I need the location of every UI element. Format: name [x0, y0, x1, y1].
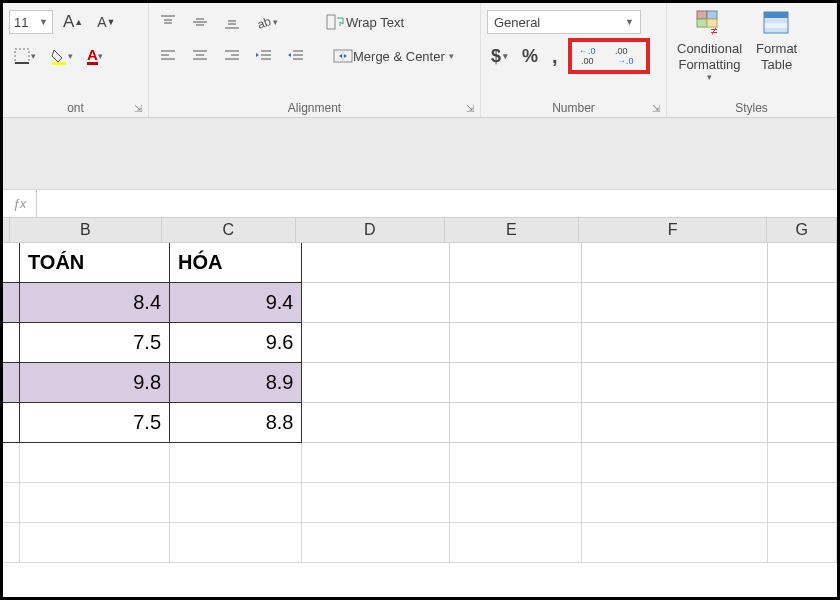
cell[interactable]: 9.8	[20, 363, 170, 403]
cell[interactable]	[450, 323, 582, 363]
svg-marker-30	[288, 53, 291, 57]
col-header-D[interactable]: D	[296, 218, 445, 242]
cell[interactable]: 7.5	[20, 323, 170, 363]
increase-decimal-icon[interactable]: ←.0.00	[575, 44, 607, 68]
format-as-table-button[interactable]: Format Table	[752, 5, 801, 72]
table-row	[3, 443, 837, 483]
align-top-icon[interactable]	[155, 10, 181, 34]
table-row: 7.5 8.8	[3, 403, 837, 443]
cell[interactable]	[582, 283, 768, 323]
borders-icon[interactable]: ▾	[9, 44, 40, 68]
table-row: 9.8 8.9	[3, 363, 837, 403]
cell[interactable]: 8.9	[170, 363, 302, 403]
decimal-highlight-box: ←.0.00 .00→.0	[568, 38, 650, 74]
formula-input[interactable]	[37, 190, 837, 217]
increase-font-icon[interactable]: A▲	[59, 10, 87, 34]
svg-rect-46	[764, 23, 788, 28]
cell[interactable]	[450, 363, 582, 403]
align-right-icon[interactable]	[219, 44, 245, 68]
increase-indent-icon[interactable]	[283, 44, 309, 68]
align-bottom-icon[interactable]	[219, 10, 245, 34]
cell[interactable]: 9.4	[170, 283, 302, 323]
dialog-launcher-icon[interactable]: ⇲	[464, 103, 476, 115]
font-size-combo[interactable]: 11 ▼	[9, 10, 53, 34]
svg-rect-39	[697, 11, 707, 19]
decrease-font-icon[interactable]: A▼	[93, 10, 119, 34]
col-header-C[interactable]: C	[162, 218, 296, 242]
table-row	[3, 483, 837, 523]
cell[interactable]	[582, 243, 768, 283]
cell[interactable]	[582, 323, 768, 363]
styles-group: ≠ Conditional Formatting ▾ Format Table …	[667, 3, 837, 117]
number-format-combo[interactable]: General ▼	[487, 10, 641, 34]
format-table-icon	[760, 7, 794, 41]
col-header-B[interactable]: B	[10, 218, 162, 242]
cell[interactable]	[768, 283, 837, 323]
cell[interactable]: 9.6	[170, 323, 302, 363]
dialog-launcher-icon[interactable]: ⇲	[132, 103, 144, 115]
cell[interactable]	[302, 363, 449, 403]
cell[interactable]	[768, 323, 837, 363]
decrease-decimal-icon[interactable]: .00→.0	[611, 44, 643, 68]
ribbon: 11 ▼ A▲ A▼ ▾ ▾ A ▾ ont ⇲	[3, 3, 837, 118]
chevron-down-icon: ▼	[625, 17, 634, 27]
table-row: 8.4 9.4	[3, 283, 837, 323]
svg-rect-2	[52, 62, 66, 65]
styles-group-label: Styles	[673, 101, 830, 117]
cell[interactable]: 8.4	[20, 283, 170, 323]
chevron-down-icon: ▼	[39, 17, 48, 27]
svg-text:←.0: ←.0	[579, 46, 596, 56]
col-header-E[interactable]: E	[445, 218, 579, 242]
cell[interactable]	[582, 403, 768, 443]
cell[interactable]	[450, 403, 582, 443]
orientation-icon[interactable]: ab▾	[251, 10, 282, 34]
align-center-h-icon[interactable]	[187, 44, 213, 68]
cell[interactable]	[582, 363, 768, 403]
fx-icon[interactable]: ƒx	[3, 190, 37, 217]
font-color-icon[interactable]: A ▾	[83, 44, 107, 68]
cell[interactable]	[768, 403, 837, 443]
merge-center-button[interactable]: Merge & Center ▾	[329, 44, 458, 68]
worksheet-grid[interactable]: B C D E F G TOÁN HÓA 8.4 9.4 7.5 9.6 9.8	[3, 218, 837, 563]
cell[interactable]: HÓA	[170, 243, 302, 283]
svg-text:.00: .00	[615, 46, 628, 56]
cell[interactable]: 7.5	[20, 403, 170, 443]
cell[interactable]	[302, 243, 449, 283]
svg-rect-40	[707, 11, 717, 19]
svg-text:→.0: →.0	[617, 56, 634, 66]
svg-marker-34	[344, 54, 347, 58]
svg-rect-0	[15, 49, 29, 63]
cell[interactable]	[302, 283, 449, 323]
cell[interactable]	[302, 403, 449, 443]
cell[interactable]	[450, 243, 582, 283]
percent-format-icon[interactable]: %	[518, 44, 542, 68]
font-group: 11 ▼ A▲ A▼ ▾ ▾ A ▾ ont ⇲	[3, 3, 149, 117]
conditional-formatting-icon: ≠	[693, 7, 727, 41]
cell[interactable]	[302, 323, 449, 363]
comma-format-icon[interactable]: ,	[548, 44, 562, 68]
align-left-icon[interactable]	[155, 44, 181, 68]
svg-rect-44	[764, 12, 788, 18]
column-headers: B C D E F G	[3, 218, 837, 243]
formula-bar: ƒx	[3, 190, 837, 218]
svg-rect-45	[764, 18, 788, 23]
cell[interactable]: TOÁN	[20, 243, 170, 283]
ribbon-gap	[3, 118, 837, 190]
svg-rect-41	[697, 19, 707, 27]
cell[interactable]: 8.8	[170, 403, 302, 443]
decrease-indent-icon[interactable]	[251, 44, 277, 68]
conditional-formatting-button[interactable]: ≠ Conditional Formatting ▾	[673, 5, 746, 83]
fill-color-icon[interactable]: ▾	[46, 44, 77, 68]
dialog-launcher-icon[interactable]: ⇲	[650, 103, 662, 115]
accounting-format-icon[interactable]: $▾	[487, 44, 512, 68]
svg-text:.00: .00	[581, 56, 594, 66]
alignment-group: ab▾ Wrap Text Merge & Center ▾ Alignment…	[149, 3, 481, 117]
wrap-text-button[interactable]: Wrap Text	[322, 10, 408, 34]
align-middle-icon[interactable]	[187, 10, 213, 34]
svg-marker-26	[256, 53, 259, 57]
cell[interactable]	[768, 363, 837, 403]
col-header-F[interactable]: F	[579, 218, 768, 242]
col-header-G[interactable]: G	[767, 218, 837, 242]
cell[interactable]	[450, 283, 582, 323]
cell[interactable]	[768, 243, 837, 283]
